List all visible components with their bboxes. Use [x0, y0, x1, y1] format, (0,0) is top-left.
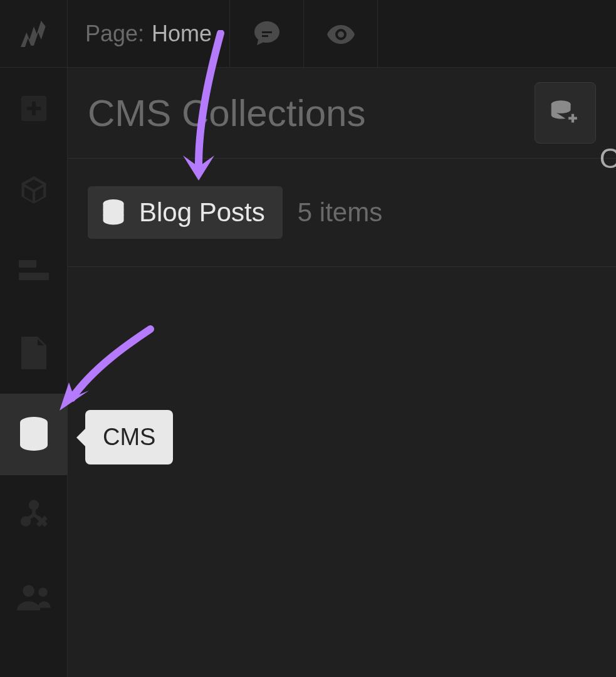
page-label: Page: — [85, 21, 144, 47]
svg-rect-1 — [19, 260, 36, 268]
database-plus-icon — [550, 99, 580, 127]
tooltip-label: CMS — [103, 424, 155, 450]
cms-tooltip: CMS — [85, 410, 173, 464]
collection-count: 5 items — [298, 197, 382, 228]
svg-point-5 — [23, 518, 29, 525]
users-icon — [17, 584, 51, 611]
collection-row[interactable]: Blog Posts 5 items — [68, 172, 616, 253]
collection-list: Blog Posts 5 items — [68, 159, 616, 267]
sidebar-item-users[interactable] — [0, 557, 68, 638]
svg-point-7 — [38, 587, 48, 597]
sidebar-item-navigator[interactable] — [0, 231, 68, 312]
sidebar-item-components[interactable] — [0, 149, 68, 231]
svg-point-4 — [31, 501, 38, 508]
edge-text: O — [600, 143, 616, 174]
database-icon — [102, 199, 125, 226]
sidebar-item-cms[interactable] — [0, 394, 68, 475]
cube-icon — [18, 174, 50, 206]
database-icon — [18, 417, 50, 452]
comment-icon — [252, 19, 282, 49]
svg-point-6 — [23, 585, 34, 597]
layout-icon — [19, 260, 49, 283]
panel-header: CMS Collections — [68, 68, 616, 159]
sidebar-item-logic[interactable] — [0, 475, 68, 557]
add-icon — [17, 92, 51, 125]
page-icon — [21, 337, 47, 369]
add-collection-button[interactable] — [535, 82, 596, 144]
preview-button[interactable] — [304, 0, 378, 68]
collection-name: Blog Posts — [139, 197, 265, 228]
webflow-logo[interactable] — [0, 0, 68, 68]
comments-button[interactable] — [230, 0, 304, 68]
eye-icon — [326, 19, 356, 49]
sidebar-item-pages[interactable] — [0, 312, 68, 394]
page-selector[interactable]: Page: Home — [68, 0, 230, 68]
logic-icon — [18, 500, 50, 532]
left-sidebar — [0, 68, 68, 677]
topbar: Page: Home — [0, 0, 616, 68]
svg-rect-2 — [19, 273, 49, 280]
page-value: Home — [152, 21, 212, 47]
collection-chip: Blog Posts — [88, 186, 283, 239]
cms-panel: CMS Collections Blog Posts 5 items — [68, 68, 616, 677]
panel-title: CMS Collections — [88, 92, 365, 135]
sidebar-item-add[interactable] — [0, 68, 68, 149]
